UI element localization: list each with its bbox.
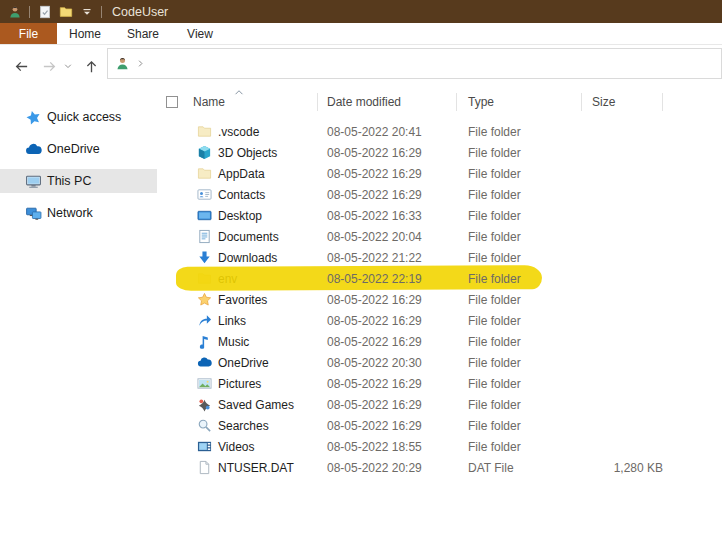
sidebar-item-quick-access[interactable]: Quick access	[0, 105, 160, 129]
chevron-right-icon[interactable]	[136, 59, 146, 69]
file-name: Downloads	[218, 251, 277, 265]
tab-file[interactable]: File	[0, 23, 57, 44]
file-row[interactable]: OneDrive08-05-2022 20:30File folder	[160, 352, 722, 373]
file-type: File folder	[457, 268, 582, 289]
column-header-date-modified[interactable]: Date modified	[318, 91, 457, 113]
tab-view[interactable]: View	[173, 23, 227, 44]
user-avatar-icon[interactable]	[115, 56, 130, 71]
file-row[interactable]: Saved Games08-05-2022 16:29File folder	[160, 394, 722, 415]
file-size	[582, 163, 663, 184]
folder-icon	[196, 166, 212, 182]
tab-home[interactable]: Home	[57, 23, 113, 44]
favorites-star-icon	[196, 292, 212, 308]
file-date-modified: 08-05-2022 18:55	[318, 436, 457, 457]
file-row[interactable]: NTUSER.DAT08-05-2022 20:29DAT File1,280 …	[160, 457, 722, 478]
file-size	[582, 289, 663, 310]
links-arrow-icon	[196, 313, 212, 329]
file-name: Documents	[218, 230, 279, 244]
file-type: File folder	[457, 373, 582, 394]
sidebar-item-onedrive[interactable]: OneDrive	[0, 137, 160, 161]
file-row[interactable]: Favorites08-05-2022 16:29File folder	[160, 289, 722, 310]
file-size	[582, 142, 663, 163]
desktop-monitor-icon	[196, 208, 212, 224]
explorer-window: CodeUser File Home Share View	[0, 0, 722, 541]
file-row[interactable]: env08-05-2022 22:19File folder	[160, 268, 722, 289]
file-type: File folder	[457, 142, 582, 163]
file-row[interactable]: Pictures08-05-2022 16:29File folder	[160, 373, 722, 394]
onedrive-cloud-icon	[25, 141, 42, 158]
file-row[interactable]: Contacts08-05-2022 16:29File folder	[160, 184, 722, 205]
up-arrow-icon[interactable]	[82, 57, 100, 75]
sidebar-item-label: Quick access	[47, 110, 121, 124]
file-type: File folder	[457, 184, 582, 205]
file-name: Desktop	[218, 209, 262, 223]
file-size	[582, 436, 663, 457]
file-row[interactable]: Downloads08-05-2022 21:22File folder	[160, 247, 722, 268]
file-date-modified: 08-05-2022 16:33	[318, 205, 457, 226]
file-size	[582, 373, 663, 394]
file-row[interactable]: Videos08-05-2022 18:55File folder	[160, 436, 722, 457]
onedrive-cloud-icon	[196, 355, 212, 371]
sidebar-item-this-pc[interactable]: This PC	[0, 169, 157, 193]
file-type: File folder	[457, 331, 582, 352]
file-type: File folder	[457, 289, 582, 310]
file-row[interactable]: .vscode08-05-2022 20:41File folder	[160, 121, 722, 142]
chevron-down-icon[interactable]	[62, 57, 74, 75]
properties-check-icon[interactable]	[37, 4, 52, 19]
file-row[interactable]: Searches08-05-2022 16:29File folder	[160, 415, 722, 436]
file-row[interactable]: 3D Objects08-05-2022 16:29File folder	[160, 142, 722, 163]
file-row[interactable]: AppData08-05-2022 16:29File folder	[160, 163, 722, 184]
navigation-pane: Quick access OneDrive This PC Network	[0, 85, 160, 541]
user-folder-icon[interactable]	[7, 4, 22, 19]
videos-film-icon	[196, 439, 212, 455]
file-date-modified: 08-05-2022 16:29	[318, 142, 457, 163]
file-name: Contacts	[218, 188, 265, 202]
file-row[interactable]: Desktop08-05-2022 16:33File folder	[160, 205, 722, 226]
file-name: Saved Games	[218, 398, 294, 412]
3d-objects-cube-icon	[196, 145, 212, 161]
file-type: File folder	[457, 163, 582, 184]
toolbar-separator	[29, 6, 30, 18]
column-header-size[interactable]: Size	[582, 91, 663, 113]
forward-arrow-icon[interactable]	[40, 57, 58, 75]
file-date-modified: 08-05-2022 22:19	[318, 268, 457, 289]
file-size	[582, 121, 663, 142]
back-arrow-icon[interactable]	[12, 57, 30, 75]
new-folder-icon[interactable]	[58, 4, 73, 19]
file-type: File folder	[457, 226, 582, 247]
ribbon-tab-bar: File Home Share View	[0, 23, 722, 45]
file-name: Music	[218, 335, 249, 349]
column-header-name[interactable]: Name	[160, 91, 318, 113]
select-all-checkbox[interactable]	[166, 96, 178, 108]
downloads-arrow-icon	[196, 250, 212, 266]
column-header-type[interactable]: Type	[457, 91, 582, 113]
documents-page-icon	[196, 229, 212, 245]
sidebar-item-label: Network	[47, 206, 93, 220]
this-pc-icon	[25, 173, 42, 190]
contacts-card-icon	[196, 187, 212, 203]
file-name: NTUSER.DAT	[218, 461, 294, 475]
file-row[interactable]: Music08-05-2022 16:29File folder	[160, 331, 722, 352]
file-name: OneDrive	[218, 356, 269, 370]
column-header-row: Name Date modified Type Size	[160, 91, 722, 113]
window-body: Quick access OneDrive This PC Network	[0, 85, 722, 541]
music-note-icon	[196, 334, 212, 350]
sidebar-item-network[interactable]: Network	[0, 201, 160, 225]
file-date-modified: 08-05-2022 16:29	[318, 184, 457, 205]
address-bar[interactable]	[107, 48, 722, 79]
file-size: 1,280 KB	[582, 457, 663, 478]
customize-toolbar-dropdown-icon[interactable]	[79, 4, 94, 19]
file-type: File folder	[457, 436, 582, 457]
file-size	[582, 226, 663, 247]
file-size	[582, 268, 663, 289]
file-date-modified: 08-05-2022 20:29	[318, 457, 457, 478]
file-row[interactable]: Links08-05-2022 16:29File folder	[160, 310, 722, 331]
file-name: Searches	[218, 419, 269, 433]
tab-share[interactable]: Share	[113, 23, 173, 44]
navigation-bar	[0, 45, 722, 85]
file-date-modified: 08-05-2022 21:22	[318, 247, 457, 268]
file-type: File folder	[457, 247, 582, 268]
file-date-modified: 08-05-2022 16:29	[318, 415, 457, 436]
file-row[interactable]: Documents08-05-2022 20:04File folder	[160, 226, 722, 247]
file-size	[582, 415, 663, 436]
